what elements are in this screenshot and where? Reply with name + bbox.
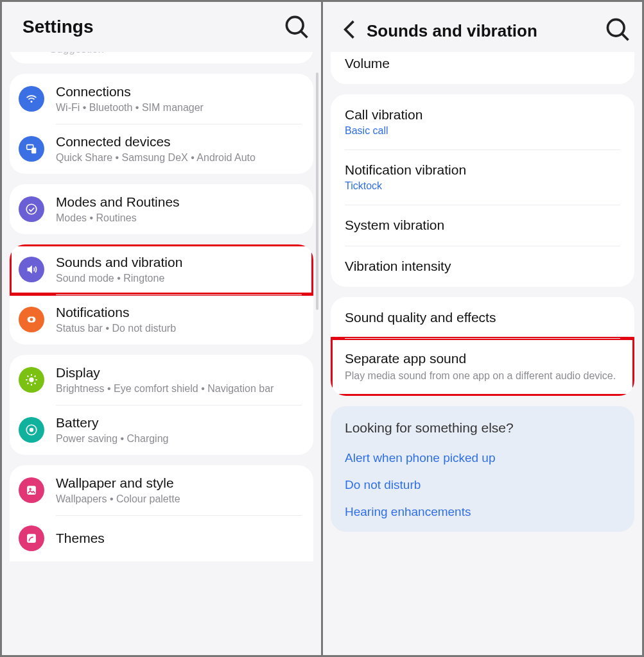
settings-group: ConnectionsWi-Fi • Bluetooth • SIM manag… bbox=[10, 74, 313, 174]
subpage-header: Sounds and vibration bbox=[323, 4, 642, 55]
settings-group: DisplayBrightness • Eye comfort shield •… bbox=[10, 355, 313, 455]
sounds-list[interactable]: VolumeCall vibrationBasic callNotificati… bbox=[323, 52, 642, 655]
item-title: Modes and Routines bbox=[56, 194, 302, 210]
item-subtitle: Wallpapers • Colour palette bbox=[56, 493, 302, 505]
sounds-group: Sound quality and effectsSeparate app so… bbox=[331, 297, 634, 396]
sounds-item-sound-quality[interactable]: Sound quality and effects bbox=[331, 297, 634, 338]
settings-group: Modes and RoutinesModes • Routines bbox=[10, 184, 313, 234]
notif-icon bbox=[19, 307, 44, 332]
item-title: Notifications bbox=[56, 305, 302, 320]
svg-line-13 bbox=[35, 383, 36, 384]
svg-line-1 bbox=[300, 31, 307, 37]
item-title: Connected devices bbox=[56, 134, 302, 149]
settings-group: Sounds and vibrationSound mode • Rington… bbox=[10, 244, 313, 345]
settings-group: Suggestion bbox=[10, 52, 313, 64]
back-icon bbox=[336, 15, 364, 44]
item-subtitle: Quick Share • Samsung DeX • Android Auto bbox=[56, 152, 302, 164]
item-subtitle: Brightness • Eye comfort shield • Naviga… bbox=[56, 383, 302, 395]
settings-panel: Settings SuggestionConnectionsWi-Fi • Bl… bbox=[2, 2, 321, 655]
sounds-item-call-vibration[interactable]: Call vibrationBasic call bbox=[331, 94, 634, 149]
item-subtitle: Power saving • Charging bbox=[56, 433, 302, 445]
looking-link[interactable]: Hearing enhancements bbox=[345, 499, 620, 525]
item-subtitle: Wi-Fi • Bluetooth • SIM manager bbox=[56, 102, 302, 114]
svg-point-7 bbox=[29, 377, 33, 382]
sounds-item-separate-app-sound[interactable]: Separate app soundPlay media sound from … bbox=[331, 338, 634, 396]
settings-list[interactable]: SuggestionConnectionsWi-Fi • Bluetooth •… bbox=[2, 52, 321, 655]
looking-for-card: Looking for something else?Alert when ph… bbox=[331, 406, 634, 532]
svg-rect-3 bbox=[31, 148, 36, 153]
palette-icon bbox=[19, 525, 44, 551]
item-subtitle: Sound mode • Ringtone bbox=[56, 273, 302, 284]
settings-item-themes[interactable]: Themes bbox=[10, 515, 313, 561]
search-button[interactable] bbox=[283, 13, 311, 41]
subpage-title: Sounds and vibration bbox=[367, 21, 604, 41]
item-title: Notification vibration bbox=[345, 162, 620, 178]
item-title: Separate app sound bbox=[345, 351, 620, 366]
suggestion-stub: Suggestion bbox=[10, 52, 313, 64]
item-title: Sound quality and effects bbox=[345, 310, 620, 325]
svg-line-14 bbox=[28, 383, 29, 384]
item-value: Ticktock bbox=[345, 180, 620, 192]
item-subtitle: Modes • Routines bbox=[56, 212, 302, 224]
sounds-group: Volume bbox=[331, 52, 634, 84]
svg-point-21 bbox=[607, 19, 624, 36]
settings-header: Settings bbox=[2, 2, 321, 52]
svg-line-15 bbox=[35, 376, 36, 377]
settings-item-display[interactable]: DisplayBrightness • Eye comfort shield •… bbox=[10, 355, 313, 405]
picture-icon bbox=[19, 477, 44, 503]
search-button[interactable] bbox=[604, 15, 632, 44]
item-title: Wallpaper and style bbox=[56, 475, 302, 491]
item-title: Sounds and vibration bbox=[56, 255, 302, 270]
settings-item-notifications[interactable]: NotificationsStatus bar • Do not disturb bbox=[10, 294, 313, 345]
svg-line-12 bbox=[28, 376, 29, 377]
sun-icon bbox=[19, 367, 44, 393]
svg-point-17 bbox=[30, 428, 33, 432]
sounds-item-notification-vibration[interactable]: Notification vibrationTicktock bbox=[331, 149, 634, 205]
item-title: Call vibration bbox=[345, 107, 620, 123]
battery-icon bbox=[19, 417, 44, 443]
looking-link[interactable]: Do not disturb bbox=[345, 472, 620, 499]
item-title: Volume bbox=[345, 56, 620, 71]
speaker-icon bbox=[19, 257, 44, 282]
scrollbar[interactable] bbox=[316, 73, 318, 310]
page-title: Settings bbox=[22, 17, 283, 37]
svg-point-19 bbox=[30, 488, 31, 490]
sounds-item-system-vibration[interactable]: System vibration bbox=[331, 205, 634, 246]
settings-item-wallpaper[interactable]: Wallpaper and styleWallpapers • Colour p… bbox=[10, 465, 313, 515]
svg-line-22 bbox=[622, 33, 628, 40]
check-circle-icon bbox=[19, 196, 44, 222]
settings-item-battery[interactable]: BatteryPower saving • Charging bbox=[10, 405, 313, 455]
sounds-item-vibration-intensity[interactable]: Vibration intensity bbox=[331, 246, 634, 287]
sounds-vibration-panel: Sounds and vibration VolumeCall vibratio… bbox=[321, 2, 642, 655]
item-value: Basic call bbox=[345, 125, 620, 137]
search-icon bbox=[604, 15, 632, 44]
item-title: System vibration bbox=[345, 218, 620, 233]
settings-item-sounds-vibration[interactable]: Sounds and vibrationSound mode • Rington… bbox=[10, 244, 313, 294]
item-title: Battery bbox=[56, 415, 302, 431]
devices-icon bbox=[19, 136, 44, 162]
looking-link[interactable]: Alert when phone picked up bbox=[345, 445, 620, 472]
item-description: Play media sound from one app on a diffe… bbox=[345, 369, 620, 383]
svg-point-6 bbox=[30, 318, 33, 321]
settings-item-connected-devices[interactable]: Connected devicesQuick Share • Samsung D… bbox=[10, 124, 313, 174]
item-subtitle: Status bar • Do not disturb bbox=[56, 323, 302, 334]
item-title: Display bbox=[56, 365, 302, 380]
item-title: Vibration intensity bbox=[345, 259, 620, 274]
looking-heading: Looking for something else? bbox=[345, 420, 620, 436]
back-button[interactable] bbox=[336, 15, 364, 44]
svg-point-0 bbox=[286, 17, 303, 33]
item-title: Themes bbox=[56, 531, 302, 546]
search-icon bbox=[283, 13, 311, 41]
wifi-icon bbox=[19, 86, 44, 112]
sounds-item-volume[interactable]: Volume bbox=[331, 52, 634, 84]
sounds-group: Call vibrationBasic callNotification vib… bbox=[331, 94, 634, 287]
settings-group: Wallpaper and styleWallpapers • Colour p… bbox=[10, 465, 313, 561]
settings-item-modes-routines[interactable]: Modes and RoutinesModes • Routines bbox=[10, 184, 313, 234]
settings-item-connections[interactable]: ConnectionsWi-Fi • Bluetooth • SIM manag… bbox=[10, 74, 313, 124]
svg-rect-20 bbox=[27, 534, 36, 543]
item-title: Connections bbox=[56, 84, 302, 99]
svg-point-4 bbox=[26, 204, 37, 214]
